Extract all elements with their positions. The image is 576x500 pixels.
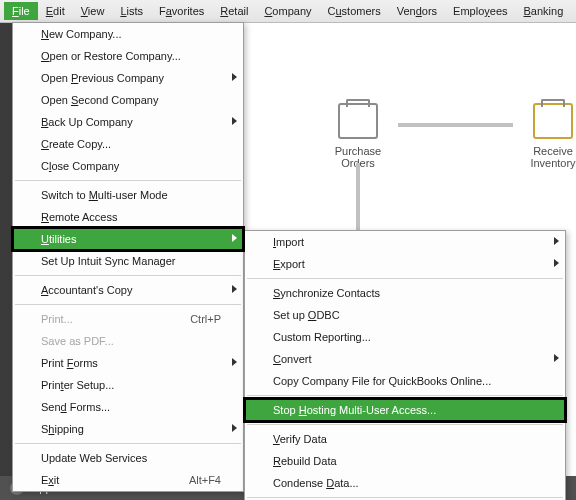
menu-item-label: Switch to Multi-user Mode xyxy=(41,189,168,201)
menu-banking[interactable]: Banking xyxy=(516,2,572,20)
menu-item-label: Create Copy... xyxy=(41,138,111,150)
chevron-right-icon xyxy=(554,237,559,245)
util-menu-item[interactable]: Set up ODBC xyxy=(245,304,565,326)
menu-item-label: Export xyxy=(273,258,305,270)
file-menu-item[interactable]: Accountant's Copy xyxy=(13,279,243,301)
menu-edit[interactable]: Edit xyxy=(38,2,73,20)
connector-line xyxy=(398,123,513,127)
wf-label: Purchase xyxy=(318,145,398,157)
menu-item-label: Open Second Company xyxy=(41,94,158,106)
menu-item-label: Import xyxy=(273,236,304,248)
file-menu-item[interactable]: New Company... xyxy=(13,23,243,45)
wf-label: Receive xyxy=(513,145,576,157)
chevron-right-icon xyxy=(554,354,559,362)
menu-item-label: Print... xyxy=(41,313,73,325)
wf-label: Inventory xyxy=(513,157,576,169)
util-menu-item[interactable]: Stop Hosting Multi-User Access... xyxy=(245,399,565,421)
util-menu-item[interactable]: Convert xyxy=(245,348,565,370)
file-menu-item[interactable]: Shipping xyxy=(13,418,243,440)
menu-item-label: Stop Hosting Multi-User Access... xyxy=(273,404,436,416)
util-menu-item[interactable]: Import xyxy=(245,231,565,253)
menu-item-label: Rebuild Data xyxy=(273,455,337,467)
menu-item-label: Printer Setup... xyxy=(41,379,114,391)
menu-item-label: New Company... xyxy=(41,28,122,40)
menu-retail[interactable]: Retail xyxy=(212,2,256,20)
util-menu-item[interactable]: Verify Data xyxy=(245,428,565,450)
file-menu-item[interactable]: Open Second Company xyxy=(13,89,243,111)
chevron-right-icon xyxy=(232,234,237,242)
menu-item-label: Set up ODBC xyxy=(273,309,340,321)
file-menu-item[interactable]: Update Web Services xyxy=(13,447,243,469)
menu-item-label: Set Up Intuit Sync Manager xyxy=(41,255,176,267)
menu-separator xyxy=(247,278,563,279)
menu-item-label: Condense Data... xyxy=(273,477,359,489)
menu-item-label: Update Web Services xyxy=(41,452,147,464)
menu-vendors[interactable]: Vendors xyxy=(389,2,445,20)
menu-item-label: Close Company xyxy=(41,160,119,172)
menubar: FileEditViewListsFavoritesRetailCompanyC… xyxy=(0,0,576,23)
file-menu-item[interactable]: Back Up Company xyxy=(13,111,243,133)
menu-separator xyxy=(247,395,563,396)
menu-file[interactable]: File xyxy=(4,2,38,20)
file-menu-item[interactable]: Open or Restore Company... xyxy=(13,45,243,67)
menu-item-label: Utilities xyxy=(41,233,76,245)
file-menu-item[interactable]: ExitAlt+F4 xyxy=(13,469,243,491)
box-icon xyxy=(533,103,573,139)
menu-company[interactable]: Company xyxy=(256,2,319,20)
util-menu-item[interactable]: Synchronize Contacts xyxy=(245,282,565,304)
file-menu-item[interactable]: Set Up Intuit Sync Manager xyxy=(13,250,243,272)
file-menu-item[interactable]: Create Copy... xyxy=(13,133,243,155)
file-menu-item[interactable]: Utilities xyxy=(13,228,243,250)
file-menu-item[interactable]: Close Company xyxy=(13,155,243,177)
connector-line xyxy=(356,163,360,233)
menu-item-label: Back Up Company xyxy=(41,116,133,128)
menu-separator xyxy=(247,424,563,425)
workflow-purchase-orders[interactable]: Purchase Orders xyxy=(318,103,398,169)
menu-item-label: Open Previous Company xyxy=(41,72,164,84)
menu-separator xyxy=(15,275,241,276)
file-menu-item[interactable]: Print Forms xyxy=(13,352,243,374)
file-menu-item: Print...Ctrl+P xyxy=(13,308,243,330)
file-menu-item[interactable]: Remote Access xyxy=(13,206,243,228)
file-menu-item[interactable]: Printer Setup... xyxy=(13,374,243,396)
menu-item-label: Convert xyxy=(273,353,312,365)
menu-separator xyxy=(15,304,241,305)
util-menu-item[interactable]: Custom Reporting... xyxy=(245,326,565,348)
menu-item-label: Send Forms... xyxy=(41,401,110,413)
menu-item-label: Synchronize Contacts xyxy=(273,287,380,299)
menu-item-label: Verify Data xyxy=(273,433,327,445)
util-menu-item[interactable]: Export xyxy=(245,253,565,275)
menu-shortcut: Ctrl+P xyxy=(190,313,221,325)
chevron-right-icon xyxy=(554,259,559,267)
chevron-right-icon xyxy=(232,285,237,293)
file-menu-item[interactable]: Switch to Multi-user Mode xyxy=(13,184,243,206)
menu-item-label: Save as PDF... xyxy=(41,335,114,347)
menu-item-label: Remote Access xyxy=(41,211,117,223)
menu-view[interactable]: View xyxy=(73,2,113,20)
menu-item-label: Print Forms xyxy=(41,357,98,369)
file-menu-item: Save as PDF... xyxy=(13,330,243,352)
chevron-right-icon xyxy=(232,358,237,366)
menu-favorites[interactable]: Favorites xyxy=(151,2,212,20)
clipboard-icon xyxy=(338,103,378,139)
util-menu-item[interactable]: Copy Company File for QuickBooks Online.… xyxy=(245,370,565,392)
menu-employees[interactable]: Employees xyxy=(445,2,515,20)
menu-lists[interactable]: Lists xyxy=(112,2,151,20)
workflow-receive-inventory[interactable]: Receive Inventory xyxy=(513,103,576,169)
file-menu-item[interactable]: Open Previous Company xyxy=(13,67,243,89)
menu-customers[interactable]: Customers xyxy=(320,2,389,20)
menu-separator xyxy=(15,180,241,181)
menu-item-label: Open or Restore Company... xyxy=(41,50,181,62)
menu-item-label: Exit xyxy=(41,474,59,486)
util-menu-item[interactable]: Rebuild Data xyxy=(245,450,565,472)
chevron-right-icon xyxy=(232,424,237,432)
menu-item-label: Shipping xyxy=(41,423,84,435)
file-menu-dropdown: New Company...Open or Restore Company...… xyxy=(12,22,244,492)
menu-separator xyxy=(247,497,563,498)
file-menu-item[interactable]: Send Forms... xyxy=(13,396,243,418)
menu-item-label: Copy Company File for QuickBooks Online.… xyxy=(273,375,491,387)
menu-shortcut: Alt+F4 xyxy=(189,474,221,486)
utilities-submenu: ImportExportSynchronize ContactsSet up O… xyxy=(244,230,566,500)
chevron-right-icon xyxy=(232,117,237,125)
util-menu-item[interactable]: Condense Data... xyxy=(245,472,565,494)
